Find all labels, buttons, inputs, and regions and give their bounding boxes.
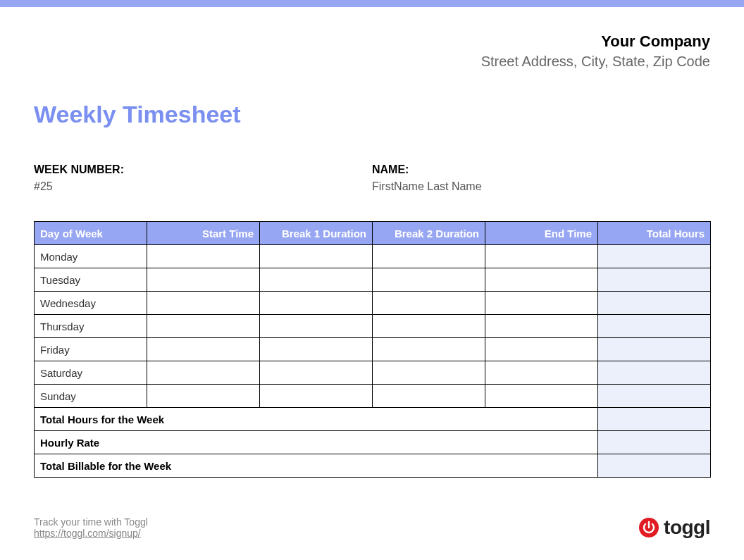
summary-row: Total Billable for the Week xyxy=(35,454,711,478)
name-value: FirstName Last Name xyxy=(372,180,710,193)
end-cell[interactable] xyxy=(485,245,598,268)
start-cell[interactable] xyxy=(147,315,260,338)
header-day: Day of Week xyxy=(35,222,147,245)
page-title: Weekly Timesheet xyxy=(34,101,710,128)
day-cell: Saturday xyxy=(35,361,147,385)
start-cell[interactable] xyxy=(147,385,260,408)
signup-link[interactable]: https://toggl.com/signup/ xyxy=(34,528,141,539)
end-cell[interactable] xyxy=(485,268,598,292)
header-break2: Break 2 Duration xyxy=(373,222,485,245)
day-cell: Monday xyxy=(35,245,147,268)
name-label: NAME: xyxy=(372,163,710,176)
break1-cell[interactable] xyxy=(260,361,373,385)
end-cell[interactable] xyxy=(485,315,598,338)
brand-logo: toggl xyxy=(638,516,710,539)
table-row: Saturday xyxy=(35,361,711,385)
total-cell xyxy=(598,385,711,408)
break2-cell[interactable] xyxy=(373,315,485,338)
total-cell xyxy=(598,315,711,338)
break1-cell[interactable] xyxy=(260,315,373,338)
start-cell[interactable] xyxy=(147,361,260,385)
start-cell[interactable] xyxy=(147,292,260,315)
break1-cell[interactable] xyxy=(260,338,373,361)
table-row: Thursday xyxy=(35,315,711,338)
brand-text: toggl xyxy=(664,516,710,539)
table-header-row: Day of Week Start Time Break 1 Duration … xyxy=(35,222,711,245)
day-cell: Friday xyxy=(35,338,147,361)
table-row: Wednesday xyxy=(35,292,711,315)
break2-cell[interactable] xyxy=(373,338,485,361)
end-cell[interactable] xyxy=(485,385,598,408)
total-cell xyxy=(598,245,711,268)
summary-row: Hourly Rate xyxy=(35,431,711,454)
footer-track-text: Track your time with Toggl xyxy=(34,516,148,528)
header-end: End Time xyxy=(485,222,598,245)
break2-cell[interactable] xyxy=(373,385,485,408)
summary-label: Total Billable for the Week xyxy=(35,454,598,478)
company-name: Your Company xyxy=(34,32,710,51)
total-cell xyxy=(598,338,711,361)
break1-cell[interactable] xyxy=(260,292,373,315)
break2-cell[interactable] xyxy=(373,292,485,315)
footer: Track your time with Toggl https://toggl… xyxy=(34,516,710,539)
header-start: Start Time xyxy=(147,222,260,245)
day-cell: Sunday xyxy=(35,385,147,408)
week-number-label: WEEK NUMBER: xyxy=(34,163,372,176)
start-cell[interactable] xyxy=(147,338,260,361)
start-cell[interactable] xyxy=(147,245,260,268)
company-block: Your Company Street Address, City, State… xyxy=(34,32,710,70)
table-row: Monday xyxy=(35,245,711,268)
total-cell xyxy=(598,292,711,315)
summary-row: Total Hours for the Week xyxy=(35,408,711,431)
header-break1: Break 1 Duration xyxy=(260,222,373,245)
break2-cell[interactable] xyxy=(373,245,485,268)
info-row: WEEK NUMBER: #25 NAME: FirstName Last Na… xyxy=(34,163,710,193)
break1-cell[interactable] xyxy=(260,245,373,268)
total-cell xyxy=(598,268,711,292)
day-cell: Thursday xyxy=(35,315,147,338)
header-total: Total Hours xyxy=(598,222,711,245)
week-number-value: #25 xyxy=(34,180,372,193)
table-row: Tuesday xyxy=(35,268,711,292)
summary-value xyxy=(598,408,711,431)
total-cell xyxy=(598,361,711,385)
break2-cell[interactable] xyxy=(373,361,485,385)
break1-cell[interactable] xyxy=(260,385,373,408)
top-accent-bar xyxy=(0,0,744,7)
company-address: Street Address, City, State, Zip Code xyxy=(34,54,710,70)
table-row: Sunday xyxy=(35,385,711,408)
timesheet-table: Day of Week Start Time Break 1 Duration … xyxy=(34,221,711,478)
break1-cell[interactable] xyxy=(260,268,373,292)
start-cell[interactable] xyxy=(147,268,260,292)
end-cell[interactable] xyxy=(485,292,598,315)
table-row: Friday xyxy=(35,338,711,361)
end-cell[interactable] xyxy=(485,338,598,361)
summary-label: Total Hours for the Week xyxy=(35,408,598,431)
end-cell[interactable] xyxy=(485,361,598,385)
day-cell: Wednesday xyxy=(35,292,147,315)
break2-cell[interactable] xyxy=(373,268,485,292)
summary-label: Hourly Rate xyxy=(35,431,598,454)
day-cell: Tuesday xyxy=(35,268,147,292)
summary-value xyxy=(598,431,711,454)
power-icon xyxy=(638,517,659,538)
summary-value xyxy=(598,454,711,478)
